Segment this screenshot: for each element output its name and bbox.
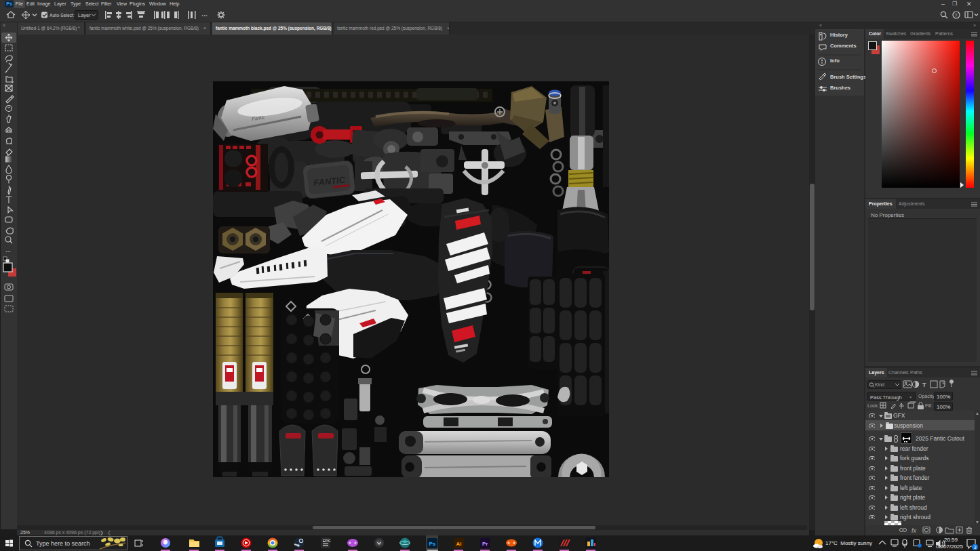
svg-text:EPIC: EPIC — [323, 539, 331, 543]
svg-text:Ai: Ai — [456, 541, 462, 547]
svg-text:?: ? — [955, 13, 958, 18]
svg-text:fx: fx — [912, 527, 917, 534]
svg-text:…: … — [201, 11, 208, 18]
svg-text:Layer: Layer — [78, 12, 91, 18]
svg-text:Pr: Pr — [482, 541, 488, 547]
svg-text:T: T — [922, 382, 926, 388]
svg-text:»: » — [3, 23, 5, 28]
svg-text:3: 3 — [974, 545, 977, 550]
svg-text:Ps: Ps — [429, 541, 436, 547]
svg-text:Auto-Select:: Auto-Select: — [50, 13, 75, 18]
svg-text:…: … — [5, 247, 11, 253]
